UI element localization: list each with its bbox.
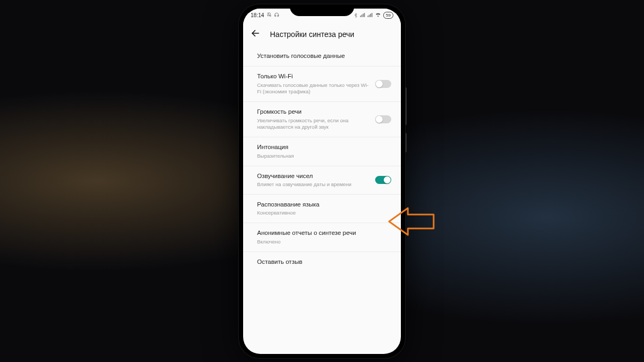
svg-rect-7 <box>370 13 371 17</box>
svg-rect-5 <box>368 16 368 17</box>
setting-anonymous-reports[interactable]: Анонимные отчеты о синтезе речи Включено <box>243 223 401 252</box>
setting-title: Анонимные отчеты о синтезе речи <box>257 229 391 238</box>
setting-subtitle: Выразительная <box>257 153 391 160</box>
svg-rect-1 <box>360 16 361 17</box>
setting-intonation[interactable]: Интонация Выразительная <box>243 137 401 166</box>
status-bar: 18:14 <box>243 9 401 23</box>
battery-indicator: 59 <box>383 12 393 19</box>
setting-title: Установить голосовые данные <box>257 52 391 61</box>
setting-title: Громкость речи <box>257 108 370 116</box>
wifi-only-toggle[interactable] <box>375 80 391 88</box>
svg-rect-4 <box>364 13 365 17</box>
signal-icon-1 <box>360 13 365 18</box>
setting-speech-volume[interactable]: Громкость речи Увеличивать громкость реч… <box>243 102 401 137</box>
svg-rect-6 <box>369 14 370 17</box>
volume-button <box>405 87 407 125</box>
setting-subtitle: Увеличивать громкость речи, если она нак… <box>257 117 370 131</box>
setting-wifi-only[interactable]: Только Wi-Fi Скачивать голосовые данные … <box>243 67 401 102</box>
setting-title: Озвучивание чисел <box>257 172 370 181</box>
setting-number-pronunciation[interactable]: Озвучивание чисел Влияет на озвучивание … <box>243 166 401 195</box>
setting-title: Интонация <box>257 143 391 152</box>
settings-list: Установить голосовые данные Только Wi-Fi… <box>243 46 401 272</box>
setting-title: Оставить отзыв <box>257 258 391 267</box>
power-button <box>405 133 407 152</box>
setting-leave-feedback[interactable]: Оставить отзыв <box>243 252 401 272</box>
setting-subtitle: Включено <box>257 239 391 246</box>
setting-install-voice-data[interactable]: Установить голосовые данные <box>243 46 401 67</box>
status-time: 18:14 <box>251 12 264 18</box>
phone-frame: 18:14 <box>239 4 405 358</box>
svg-rect-2 <box>362 14 362 17</box>
page-header: Настройки синтеза речи <box>243 23 401 46</box>
setting-subtitle: Консервативное <box>257 210 391 217</box>
headphones-icon <box>274 12 279 18</box>
back-arrow-icon[interactable] <box>251 28 260 40</box>
svg-rect-3 <box>363 13 363 17</box>
setting-title: Распознавание языка <box>257 201 391 209</box>
number-pronunciation-toggle[interactable] <box>375 176 391 184</box>
wifi-icon <box>375 12 381 18</box>
setting-subtitle: Влияет на озвучивание даты и времени <box>257 181 370 188</box>
setting-language-recognition[interactable]: Распознавание языка Консервативное <box>243 195 401 223</box>
page-title: Настройки синтеза речи <box>270 30 354 39</box>
phone-screen: 18:14 <box>243 9 401 354</box>
setting-title: Только Wi-Fi <box>257 72 370 81</box>
setting-subtitle: Скачивать голосовые данные только через … <box>257 82 370 96</box>
signal-icon-2 <box>368 13 373 18</box>
speech-volume-toggle[interactable] <box>375 115 391 123</box>
bluetooth-icon <box>354 12 358 19</box>
notification-mute-icon <box>267 12 272 18</box>
svg-rect-8 <box>372 13 372 17</box>
